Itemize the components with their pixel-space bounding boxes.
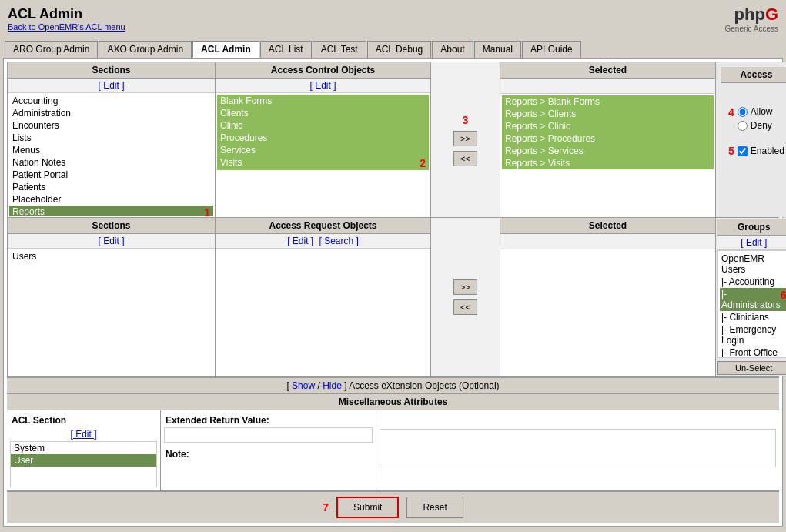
move-right-bottom-button[interactable]: >> (453, 279, 477, 295)
allow-label: Allow (751, 106, 773, 117)
list-item[interactable]: Procedures (217, 132, 429, 144)
acl-list[interactable]: System User (10, 441, 157, 487)
acl-section-edit[interactable]: [ Edit ] (10, 427, 157, 441)
aro-list[interactable] (216, 249, 430, 372)
deny-radio[interactable] (738, 121, 748, 131)
enabled-label: Enabled (751, 146, 784, 156)
sections-bottom-edit[interactable]: [ Edit ] (8, 234, 215, 249)
tab-api-guide[interactable]: API Guide (522, 41, 581, 58)
unselect-button[interactable]: Un-Select (717, 361, 786, 375)
selected-bottom-header: Selected (500, 218, 715, 234)
tab-about[interactable]: About (432, 41, 473, 58)
aco-header: Access Control Objects (216, 62, 430, 79)
list-item[interactable]: Patients (9, 181, 213, 193)
sections-bottom-col: Sections [ Edit ] Users (8, 218, 216, 376)
arrow-col-top: 3 >> << (431, 62, 500, 217)
list-item[interactable]: Patient Portal (9, 169, 213, 181)
list-item[interactable]: Reports > Clients (502, 108, 714, 120)
move-left-bottom-button[interactable]: << (453, 299, 477, 315)
extended-return-label: Extended Return Value: (164, 413, 373, 427)
list-item[interactable]: Reports > Blank Forms (502, 95, 714, 108)
group-item-administrators[interactable]: |- Administrators 6 (720, 288, 786, 311)
list-item[interactable]: Reports > Procedures (502, 132, 714, 145)
list-item[interactable]: Blank Forms (217, 95, 429, 107)
submit-button[interactable]: Submit (336, 497, 399, 518)
list-item[interactable]: Menus (9, 144, 213, 156)
show-extension-link[interactable]: Show (292, 380, 315, 391)
group-item[interactable]: |- Front Office (720, 346, 786, 358)
list-item[interactable]: Clients (217, 107, 429, 119)
aro-header: Access Request Objects (216, 218, 430, 234)
list-item[interactable]: Visits 2 (217, 156, 429, 170)
list-item[interactable]: Administration (9, 107, 213, 119)
extension-row: [ Show / Hide ] Access eXtension Objects… (7, 377, 779, 394)
extended-return-col: Extended Return Value: Note: (161, 410, 376, 490)
list-item-reports[interactable]: Reports 1 (9, 206, 213, 216)
list-item[interactable]: Reports > Services (502, 145, 714, 157)
sections-bottom-list[interactable]: Users (8, 249, 215, 372)
num-badge-2: 2 (420, 157, 426, 169)
groups-header: Groups (717, 219, 786, 236)
tab-acl-debug[interactable]: ACL Debug (367, 41, 432, 58)
aro-col: Access Request Objects [ Edit ] [ Search… (216, 218, 431, 376)
list-item[interactable]: Reports > Clinic (502, 120, 714, 132)
list-item-users[interactable]: Users (9, 250, 213, 263)
list-item-system[interactable]: System (11, 442, 156, 454)
list-item[interactable]: Reports > Visits (502, 157, 714, 169)
group-item[interactable]: |- Accounting (720, 276, 786, 288)
extended-return-input[interactable] (164, 427, 373, 443)
sections-top-edit[interactable]: [ Edit ] (8, 79, 215, 93)
enabled-checkbox[interactable] (738, 146, 748, 156)
hide-extension-link[interactable]: Hide (323, 380, 342, 391)
access-header: Access (721, 67, 786, 83)
allow-radio[interactable] (738, 107, 748, 117)
tab-axo-group-admin[interactable]: AXO Group Admin (99, 41, 192, 58)
note-label: Note: (164, 447, 373, 461)
misc-header: Miscellaneous Attributes (7, 394, 779, 410)
list-item[interactable]: Nation Notes (9, 156, 213, 169)
selected-top-col: Selected Reports > Blank Forms Reports >… (500, 62, 716, 217)
groups-edit[interactable]: [ Edit ] (717, 236, 786, 250)
sections-top-list[interactable]: Accounting Administration Encounters Lis… (8, 93, 215, 216)
tab-manual[interactable]: Manual (474, 41, 521, 58)
sections-top-header: Sections (8, 62, 215, 79)
aro-edit[interactable]: [ Edit ] [ Search ] (216, 234, 430, 249)
num-badge-5: 5 (728, 145, 734, 157)
list-item[interactable]: Placeholder (9, 193, 213, 206)
reset-button[interactable]: Reset (406, 497, 463, 518)
selected-top-list[interactable]: Reports > Blank Forms Reports > Clients … (500, 94, 715, 217)
acl-section-header: ACL Section (10, 413, 157, 427)
list-item[interactable]: Services (217, 144, 429, 156)
extension-text: Access eXtension Objects (Optional) (349, 380, 499, 391)
tab-acl-admin[interactable]: ACL Admin (192, 41, 259, 58)
list-item[interactable]: Accounting (9, 95, 213, 107)
allow-radio-item[interactable]: Allow (738, 106, 773, 117)
tab-acl-test[interactable]: ACL Test (313, 41, 366, 58)
logo-main: phpG (734, 5, 778, 25)
list-item-user[interactable]: User (11, 454, 156, 467)
enabled-checkbox-item[interactable]: Enabled (738, 146, 784, 156)
tab-aro-group-admin[interactable]: ARO Group Admin (5, 41, 98, 58)
note-col (376, 410, 779, 490)
list-item[interactable]: Lists (9, 132, 213, 144)
back-link[interactable]: Back to OpenEMR's ACL menu (8, 22, 125, 32)
aco-edit[interactable]: [ Edit ] (216, 79, 430, 93)
move-right-top-button[interactable]: >> (453, 131, 477, 146)
access-radio-group: Allow Deny (738, 106, 773, 131)
group-item[interactable]: OpenEMR Users (720, 253, 786, 276)
selected-bottom-list[interactable] (500, 249, 715, 373)
num-badge-7: 7 (323, 497, 329, 518)
list-item[interactable]: Encounters (9, 119, 213, 132)
sections-bottom-header: Sections (8, 218, 215, 234)
access-controls: 4 Allow Deny 5 (721, 99, 786, 165)
list-item[interactable]: Clinic (217, 119, 429, 132)
group-item[interactable]: |- Clinicians (720, 311, 786, 323)
arrow-col-bottom: >> << (431, 218, 500, 376)
tab-acl-list[interactable]: ACL List (260, 41, 312, 58)
move-left-top-button[interactable]: << (453, 151, 477, 166)
groups-list[interactable]: OpenEMR Users |- Accounting |- Administr… (717, 250, 786, 358)
deny-radio-item[interactable]: Deny (738, 120, 773, 131)
group-item[interactable]: |- Emergency Login (720, 323, 786, 346)
note-textarea[interactable] (380, 429, 776, 467)
aco-list[interactable]: Blank Forms Clients Clinic Procedures Se… (216, 93, 430, 216)
